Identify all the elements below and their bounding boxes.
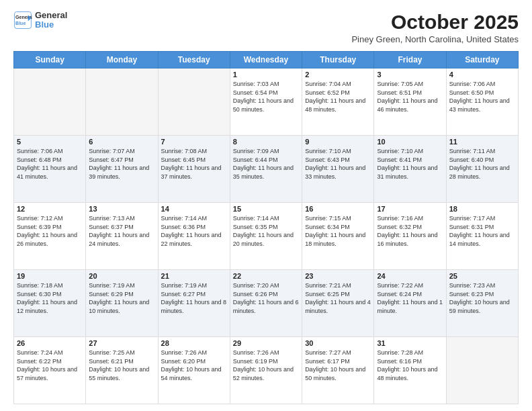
day-info: Sunrise: 7:21 AM Sunset: 6:25 PM Dayligh… (305, 281, 371, 315)
day-number: 13 (89, 205, 154, 213)
calendar-cell: 27Sunrise: 7:25 AM Sunset: 6:21 PM Dayli… (86, 337, 158, 404)
calendar-cell: 28Sunrise: 7:26 AM Sunset: 6:20 PM Dayli… (158, 337, 230, 404)
calendar-cell: 13Sunrise: 7:13 AM Sunset: 6:37 PM Dayli… (86, 203, 158, 270)
day-info: Sunrise: 7:20 AM Sunset: 6:26 PM Dayligh… (233, 281, 299, 315)
calendar-cell: 10Sunrise: 7:10 AM Sunset: 6:41 PM Dayli… (374, 136, 446, 203)
day-info: Sunrise: 7:07 AM Sunset: 6:47 PM Dayligh… (89, 147, 154, 181)
day-number: 31 (377, 339, 443, 347)
calendar-table: Sunday Monday Tuesday Wednesday Thursday… (13, 51, 519, 404)
col-sunday: Sunday (14, 52, 86, 68)
day-info: Sunrise: 7:14 AM Sunset: 6:35 PM Dayligh… (233, 214, 299, 248)
calendar-cell: 1Sunrise: 7:03 AM Sunset: 6:54 PM Daylig… (230, 68, 302, 136)
day-number: 19 (17, 272, 83, 280)
day-info: Sunrise: 7:26 AM Sunset: 6:20 PM Dayligh… (161, 349, 227, 382)
day-info: Sunrise: 7:13 AM Sunset: 6:37 PM Dayligh… (89, 214, 154, 248)
day-info: Sunrise: 7:19 AM Sunset: 6:27 PM Dayligh… (161, 281, 227, 315)
day-number: 15 (233, 205, 299, 213)
calendar-cell (158, 68, 230, 136)
day-info: Sunrise: 7:28 AM Sunset: 6:16 PM Dayligh… (377, 349, 443, 382)
calendar-cell: 12Sunrise: 7:12 AM Sunset: 6:39 PM Dayli… (14, 203, 86, 270)
calendar-cell: 9Sunrise: 7:10 AM Sunset: 6:43 PM Daylig… (302, 136, 374, 203)
day-number: 6 (89, 138, 154, 146)
day-info: Sunrise: 7:22 AM Sunset: 6:24 PM Dayligh… (377, 281, 443, 315)
day-number: 30 (305, 339, 371, 347)
day-info: Sunrise: 7:26 AM Sunset: 6:19 PM Dayligh… (233, 349, 299, 382)
day-info: Sunrise: 7:15 AM Sunset: 6:34 PM Dayligh… (305, 214, 371, 248)
calendar-cell: 8Sunrise: 7:09 AM Sunset: 6:44 PM Daylig… (230, 136, 302, 203)
logo-general: General (35, 11, 67, 20)
col-tuesday: Tuesday (158, 52, 230, 68)
calendar-cell: 3Sunrise: 7:05 AM Sunset: 6:51 PM Daylig… (374, 68, 446, 136)
day-number: 12 (17, 205, 83, 213)
day-number: 20 (89, 272, 154, 280)
day-number: 3 (377, 71, 443, 79)
day-info: Sunrise: 7:23 AM Sunset: 6:23 PM Dayligh… (449, 281, 515, 315)
day-number: 4 (449, 71, 515, 79)
calendar-cell: 29Sunrise: 7:26 AM Sunset: 6:19 PM Dayli… (230, 337, 302, 404)
calendar-cell: 16Sunrise: 7:15 AM Sunset: 6:34 PM Dayli… (302, 203, 374, 270)
calendar-cell: 2Sunrise: 7:04 AM Sunset: 6:52 PM Daylig… (302, 68, 374, 136)
day-info: Sunrise: 7:18 AM Sunset: 6:30 PM Dayligh… (17, 281, 83, 315)
day-info: Sunrise: 7:05 AM Sunset: 6:51 PM Dayligh… (377, 80, 443, 113)
day-info: Sunrise: 7:27 AM Sunset: 6:17 PM Dayligh… (305, 349, 371, 382)
day-number: 7 (161, 138, 227, 146)
col-saturday: Saturday (446, 52, 518, 68)
calendar-header-row: Sunday Monday Tuesday Wednesday Thursday… (14, 52, 519, 68)
col-thursday: Thursday (302, 52, 374, 68)
calendar-cell (86, 68, 158, 136)
day-number: 26 (17, 339, 83, 347)
svg-text:Blue: Blue (15, 21, 26, 26)
header: General Blue General Blue October 2025 P… (13, 11, 519, 44)
calendar-cell: 20Sunrise: 7:19 AM Sunset: 6:29 PM Dayli… (86, 270, 158, 337)
calendar-cell: 19Sunrise: 7:18 AM Sunset: 6:30 PM Dayli… (14, 270, 86, 337)
day-info: Sunrise: 7:04 AM Sunset: 6:52 PM Dayligh… (305, 80, 371, 113)
title-block: October 2025 Piney Green, North Carolina… (351, 11, 519, 44)
day-number: 27 (89, 339, 154, 347)
day-number: 21 (161, 272, 227, 280)
day-number: 2 (305, 71, 371, 79)
day-info: Sunrise: 7:12 AM Sunset: 6:39 PM Dayligh… (17, 214, 83, 248)
col-monday: Monday (86, 52, 158, 68)
logo: General Blue General Blue (13, 11, 67, 30)
day-number: 22 (233, 272, 299, 280)
day-number: 24 (377, 272, 443, 280)
calendar-week-3: 12Sunrise: 7:12 AM Sunset: 6:39 PM Dayli… (14, 203, 519, 270)
calendar-cell: 25Sunrise: 7:23 AM Sunset: 6:23 PM Dayli… (446, 270, 518, 337)
day-number: 14 (161, 205, 227, 213)
day-info: Sunrise: 7:17 AM Sunset: 6:31 PM Dayligh… (449, 214, 515, 248)
month-year-title: October 2025 (351, 11, 519, 33)
calendar-cell: 31Sunrise: 7:28 AM Sunset: 6:16 PM Dayli… (374, 337, 446, 404)
calendar-cell: 21Sunrise: 7:19 AM Sunset: 6:27 PM Dayli… (158, 270, 230, 337)
day-number: 18 (449, 205, 515, 213)
day-info: Sunrise: 7:09 AM Sunset: 6:44 PM Dayligh… (233, 147, 299, 181)
day-info: Sunrise: 7:16 AM Sunset: 6:32 PM Dayligh… (377, 214, 443, 248)
day-number: 28 (161, 339, 227, 347)
calendar-week-5: 26Sunrise: 7:24 AM Sunset: 6:22 PM Dayli… (14, 337, 519, 404)
calendar-cell: 11Sunrise: 7:11 AM Sunset: 6:40 PM Dayli… (446, 136, 518, 203)
day-number: 1 (233, 71, 299, 79)
day-number: 5 (17, 138, 83, 146)
calendar-cell: 24Sunrise: 7:22 AM Sunset: 6:24 PM Dayli… (374, 270, 446, 337)
day-info: Sunrise: 7:06 AM Sunset: 6:48 PM Dayligh… (17, 147, 83, 181)
day-number: 8 (233, 138, 299, 146)
day-number: 23 (305, 272, 371, 280)
calendar-cell: 4Sunrise: 7:06 AM Sunset: 6:50 PM Daylig… (446, 68, 518, 136)
calendar-cell (14, 68, 86, 136)
calendar-cell: 6Sunrise: 7:07 AM Sunset: 6:47 PM Daylig… (86, 136, 158, 203)
day-info: Sunrise: 7:10 AM Sunset: 6:41 PM Dayligh… (377, 147, 443, 181)
calendar-cell: 18Sunrise: 7:17 AM Sunset: 6:31 PM Dayli… (446, 203, 518, 270)
calendar-cell: 22Sunrise: 7:20 AM Sunset: 6:26 PM Dayli… (230, 270, 302, 337)
day-info: Sunrise: 7:25 AM Sunset: 6:21 PM Dayligh… (89, 349, 154, 382)
calendar-cell: 14Sunrise: 7:14 AM Sunset: 6:36 PM Dayli… (158, 203, 230, 270)
day-number: 25 (449, 272, 515, 280)
logo-icon: General Blue (13, 11, 32, 30)
day-number: 29 (233, 339, 299, 347)
page: General Blue General Blue October 2025 P… (0, 0, 532, 411)
calendar-week-4: 19Sunrise: 7:18 AM Sunset: 6:30 PM Dayli… (14, 270, 519, 337)
calendar-cell: 5Sunrise: 7:06 AM Sunset: 6:48 PM Daylig… (14, 136, 86, 203)
day-info: Sunrise: 7:10 AM Sunset: 6:43 PM Dayligh… (305, 147, 371, 181)
col-friday: Friday (374, 52, 446, 68)
day-info: Sunrise: 7:08 AM Sunset: 6:45 PM Dayligh… (161, 147, 227, 181)
day-info: Sunrise: 7:24 AM Sunset: 6:22 PM Dayligh… (17, 349, 83, 382)
location-subtitle: Piney Green, North Carolina, United Stat… (351, 34, 519, 44)
